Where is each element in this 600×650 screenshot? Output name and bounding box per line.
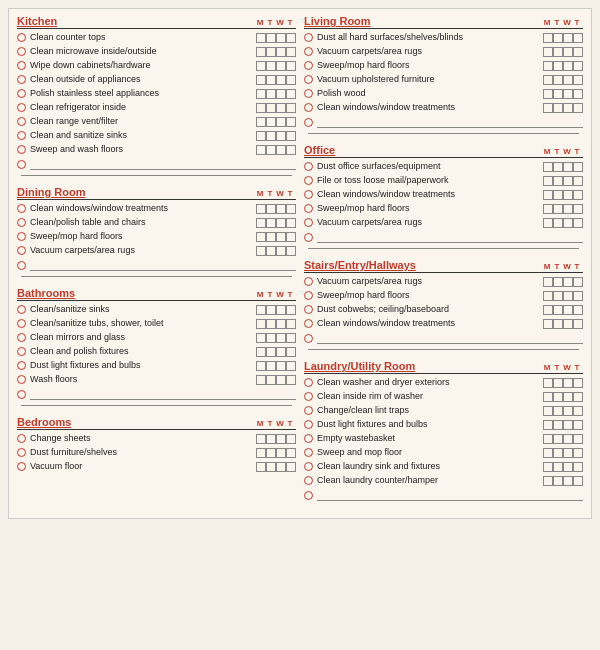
cb[interactable] [286,375,296,385]
cb[interactable] [543,190,553,200]
cb[interactable] [276,131,286,141]
cb[interactable] [563,392,573,402]
cb[interactable] [276,305,286,315]
cb[interactable] [256,361,266,371]
cb[interactable] [563,319,573,329]
cb[interactable] [573,476,583,486]
cb[interactable] [553,291,563,301]
cb[interactable] [266,218,276,228]
cb[interactable] [286,131,296,141]
cb[interactable] [286,347,296,357]
cb[interactable] [553,277,563,287]
cb[interactable] [573,277,583,287]
cb[interactable] [276,246,286,256]
cb[interactable] [256,305,266,315]
cb[interactable] [266,375,276,385]
cb[interactable] [553,218,563,228]
cb[interactable] [256,89,266,99]
cb[interactable] [256,333,266,343]
cb[interactable] [543,176,553,186]
cb[interactable] [276,448,286,458]
cb[interactable] [256,246,266,256]
cb[interactable] [286,47,296,57]
cb[interactable] [563,176,573,186]
cb[interactable] [256,232,266,242]
cb[interactable] [256,103,266,113]
cb[interactable] [286,305,296,315]
cb[interactable] [563,476,573,486]
cb[interactable] [276,75,286,85]
cb[interactable] [573,33,583,43]
cb[interactable] [553,305,563,315]
cb[interactable] [286,117,296,127]
cb[interactable] [563,218,573,228]
cb[interactable] [553,319,563,329]
cb[interactable] [573,291,583,301]
cb[interactable] [276,89,286,99]
cb[interactable] [256,218,266,228]
cb[interactable] [276,361,286,371]
cb[interactable] [266,333,276,343]
cb[interactable] [563,277,573,287]
cb[interactable] [573,305,583,315]
cb[interactable] [276,434,286,444]
cb[interactable] [553,476,563,486]
cb[interactable] [286,232,296,242]
cb[interactable] [573,190,583,200]
cb[interactable] [543,75,553,85]
cb[interactable] [543,204,553,214]
cb[interactable] [573,378,583,388]
cb[interactable] [256,131,266,141]
cb[interactable] [553,176,563,186]
cb[interactable] [276,204,286,214]
cb[interactable] [563,406,573,416]
cb[interactable] [573,75,583,85]
cb[interactable] [286,145,296,155]
cb[interactable] [266,204,276,214]
cb[interactable] [563,378,573,388]
cb[interactable] [543,420,553,430]
cb[interactable] [543,291,553,301]
cb[interactable] [573,434,583,444]
cb[interactable] [553,61,563,71]
cb[interactable] [286,75,296,85]
cb[interactable] [553,448,563,458]
cb[interactable] [553,190,563,200]
cb[interactable] [563,434,573,444]
cb[interactable] [276,319,286,329]
cb[interactable] [276,347,286,357]
cb[interactable] [553,406,563,416]
cb[interactable] [543,392,553,402]
cb[interactable] [256,47,266,57]
cb[interactable] [543,378,553,388]
cb[interactable] [256,347,266,357]
cb[interactable] [553,103,563,113]
cb[interactable] [573,218,583,228]
cb[interactable] [266,448,276,458]
cb[interactable] [553,75,563,85]
cb[interactable] [573,103,583,113]
cb[interactable] [266,232,276,242]
cb[interactable] [276,61,286,71]
cb[interactable] [266,33,276,43]
cb[interactable] [563,305,573,315]
cb[interactable] [553,378,563,388]
cb[interactable] [266,305,276,315]
cb[interactable] [256,145,266,155]
cb[interactable] [563,162,573,172]
cb[interactable] [573,406,583,416]
cb[interactable] [286,33,296,43]
cb[interactable] [266,89,276,99]
cb[interactable] [266,319,276,329]
cb[interactable] [286,333,296,343]
cb[interactable] [266,61,276,71]
cb[interactable] [286,89,296,99]
cb[interactable] [276,103,286,113]
cb[interactable] [286,462,296,472]
cb[interactable] [256,204,266,214]
cb[interactable] [573,420,583,430]
cb[interactable] [543,47,553,57]
cb[interactable] [276,375,286,385]
cb[interactable] [563,89,573,99]
cb[interactable] [543,277,553,287]
